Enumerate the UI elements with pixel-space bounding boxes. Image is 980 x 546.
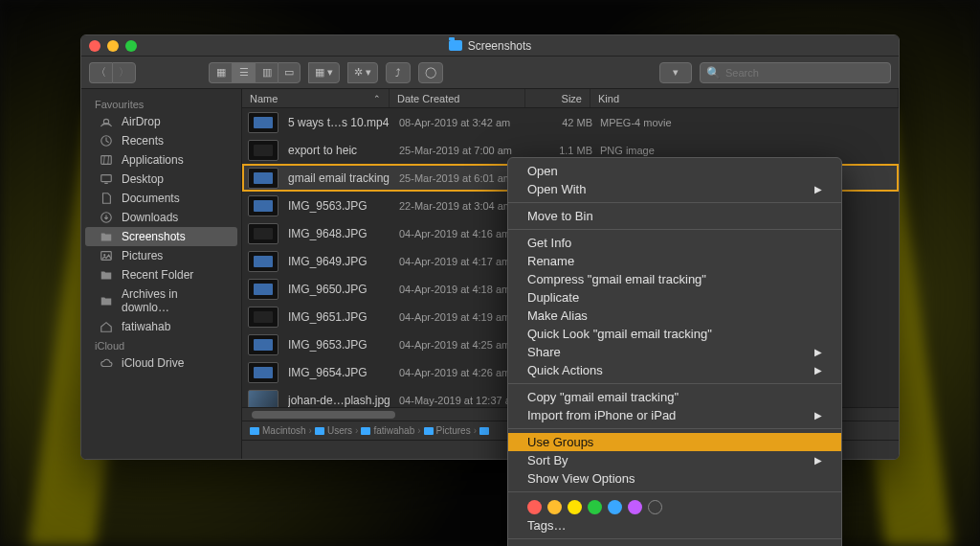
menu-item-open[interactable]: Open — [508, 162, 841, 180]
file-date: 25-Mar-2019 at 7:00 am — [399, 145, 535, 156]
tag-color-dot[interactable] — [628, 500, 642, 514]
folder-icon — [99, 230, 114, 243]
submenu-arrow-icon: ▶ — [814, 365, 822, 375]
menu-tags-row — [508, 496, 841, 516]
dropdown-button[interactable]: ▾ — [659, 62, 692, 83]
sidebar-item-label: Archives in downlo… — [122, 287, 224, 314]
chevron-right-icon: › — [417, 425, 420, 436]
cloud-icon — [99, 356, 114, 370]
tag-color-dot[interactable] — [527, 500, 542, 514]
tag-color-dot[interactable] — [588, 500, 602, 514]
sidebar-item-applications[interactable]: Applications — [85, 150, 237, 170]
search-field[interactable]: 🔍 — [700, 62, 891, 83]
tag-clear-dot[interactable] — [648, 500, 662, 514]
folder-icon — [479, 427, 489, 435]
path-segment[interactable] — [479, 427, 492, 435]
menu-item-tags[interactable]: Tags… — [508, 516, 841, 535]
path-segment[interactable]: Users — [315, 425, 352, 436]
arrange-button[interactable]: ▦ ▾ — [308, 62, 340, 83]
svg-rect-3 — [101, 175, 112, 182]
menu-item-duplicate[interactable]: Duplicate — [508, 288, 841, 307]
path-segment[interactable]: Pictures — [424, 425, 471, 436]
menu-item-label: Compress "gmail email tracking" — [527, 272, 706, 286]
sort-indicator-icon: ⌃ — [373, 94, 381, 103]
tag-color-dot[interactable] — [608, 500, 622, 514]
menu-item-import-from-iphone-or-ipad[interactable]: Import from iPhone or iPad▶ — [508, 406, 841, 424]
menu-item-quick-look-gmail-email-tracking[interactable]: Quick Look "gmail email tracking" — [508, 325, 841, 343]
minimize-button[interactable] — [107, 40, 119, 52]
maximize-button[interactable] — [125, 40, 137, 52]
column-header-size[interactable]: Size — [525, 89, 590, 107]
chevron-right-icon: › — [474, 425, 477, 436]
sidebar-heading: Favourites — [81, 95, 241, 112]
view-gallery-button[interactable]: ▭ — [278, 62, 301, 83]
sidebar-item-desktop[interactable]: Desktop — [85, 170, 237, 189]
tags-button[interactable]: ◯ — [418, 62, 443, 83]
tag-color-dot[interactable] — [568, 500, 582, 514]
sidebar-item-label: Desktop — [122, 172, 164, 186]
menu-item-share[interactable]: Share▶ — [508, 343, 841, 361]
view-list-button[interactable]: ☰ — [232, 62, 255, 83]
back-button[interactable]: 〈 — [89, 62, 112, 83]
column-header-name[interactable]: Name ⌃ — [242, 89, 390, 107]
file-name: IMG_9650.JPG — [288, 283, 399, 296]
menu-separator — [508, 383, 841, 384]
view-mode-segmented: ▦ ☰ ▥ ▭ — [209, 62, 301, 83]
sidebar-item-archives-in-downlo-[interactable]: Archives in downlo… — [85, 284, 237, 317]
traffic-lights — [89, 40, 137, 52]
sidebar-item-fatiwahab[interactable]: fatiwahab — [85, 317, 237, 336]
sidebar-item-label: Documents — [122, 192, 180, 205]
search-input[interactable] — [725, 67, 884, 79]
view-column-button[interactable]: ▥ — [255, 62, 278, 83]
menu-item-move-to-bin[interactable]: Move to Bin — [508, 207, 841, 225]
sidebar-item-airdrop[interactable]: AirDrop — [85, 112, 237, 131]
view-icon-button[interactable]: ▦ — [209, 62, 232, 83]
toolbar: 〈 〉 ▦ ☰ ▥ ▭ ▦ ▾ ✲ ▾ ⤴ ◯ ▾ 🔍 — [81, 57, 899, 89]
menu-item-rename[interactable]: Rename — [508, 252, 841, 270]
menu-item-quick-actions[interactable]: Quick Actions▶ — [508, 361, 841, 379]
menu-item-copy-gmail-email-tracking[interactable]: Copy "gmail email tracking" — [508, 388, 841, 406]
file-name: IMG_9653.JPG — [288, 338, 399, 352]
airdrop-icon — [99, 115, 114, 128]
menu-item-label: Rename — [527, 254, 574, 268]
chevron-right-icon: › — [309, 425, 312, 436]
menu-item-sort-by[interactable]: Sort By▶ — [508, 451, 841, 469]
path-segment[interactable]: fatiwahab — [361, 425, 414, 436]
nav-buttons: 〈 〉 — [89, 62, 136, 83]
sidebar-item-documents[interactable]: Documents — [85, 189, 237, 208]
column-header-date[interactable]: Date Created — [390, 89, 525, 107]
file-row[interactable]: 5 ways t…s 10.mp408-Apr-2019 at 3:42 am4… — [242, 108, 899, 136]
sidebar-item-recents[interactable]: Recents — [85, 131, 237, 150]
menu-separator — [508, 491, 841, 492]
folder-icon — [250, 427, 259, 435]
menu-item-make-alias[interactable]: Make Alias — [508, 307, 841, 325]
menu-item-use-groups[interactable]: Use Groups — [508, 433, 841, 451]
sidebar-item-downloads[interactable]: Downloads — [85, 208, 237, 227]
share-button[interactable]: ⤴ — [386, 62, 411, 83]
titlebar[interactable]: Screenshots — [81, 35, 899, 57]
sidebar-item-label: Screenshots — [122, 230, 186, 243]
menu-item-open-with[interactable]: Open With▶ — [508, 180, 841, 198]
sidebar-item-screenshots[interactable]: Screenshots — [85, 227, 237, 246]
scrollbar-thumb[interactable] — [252, 411, 395, 419]
sidebar-item-pictures[interactable]: Pictures — [85, 246, 237, 265]
menu-item-compress-gmail-email-tracking[interactable]: Compress "gmail email tracking" — [508, 270, 841, 288]
column-header-kind[interactable]: Kind — [590, 89, 899, 107]
action-menu-button[interactable]: ✲ ▾ — [347, 62, 378, 83]
window-title: Screenshots — [468, 39, 532, 53]
path-segment[interactable]: Macintosh — [250, 425, 306, 436]
sidebar-item-recent-folder[interactable]: Recent Folder — [85, 265, 237, 284]
forward-button[interactable]: 〉 — [112, 62, 136, 83]
menu-item-label: Import from iPhone or iPad — [527, 408, 676, 422]
tag-color-dot[interactable] — [547, 500, 562, 514]
sidebar-item-icloud-drive[interactable]: iCloud Drive — [85, 353, 237, 373]
menu-item-get-info[interactable]: Get Info — [508, 234, 841, 252]
file-thumbnail — [248, 168, 278, 189]
sidebar-item-label: iCloud Drive — [122, 356, 184, 370]
menu-item-label: Show View Options — [527, 471, 635, 486]
folder-icon — [361, 427, 370, 435]
file-thumbnail — [248, 307, 278, 328]
documents-icon — [99, 192, 114, 205]
menu-item-show-view-options[interactable]: Show View Options — [508, 469, 841, 488]
close-button[interactable] — [89, 40, 100, 52]
